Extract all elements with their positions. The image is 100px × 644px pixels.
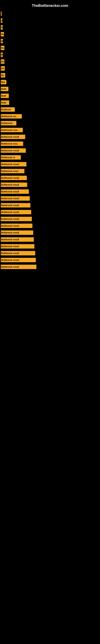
bar-label: Bottleneck result — [1, 251, 35, 256]
bar-label: Bottlenec — [1, 107, 15, 112]
bar-row: B — [0, 24, 100, 31]
bar-label: Bottleneck result — [1, 265, 36, 269]
bar-row: Bottl — [0, 92, 100, 99]
bar-row: Bottleneck result — [0, 236, 100, 243]
bar-label — [1, 12, 1, 16]
bar-label: Bottleneck result — [1, 203, 30, 208]
bar-row: Bottleneck — [0, 120, 100, 126]
bar-label: Bottleneck result — [1, 258, 36, 262]
bar-label: Bo — [1, 32, 4, 36]
bar-label: Bottleneck result — [1, 148, 26, 153]
bar-label: B — [1, 39, 3, 43]
bar-label: B — [1, 25, 3, 30]
bar-label: Bottleneck result — [1, 224, 32, 228]
bar-row: B — [0, 38, 100, 44]
bar-row: Bottleneck resu — [0, 140, 100, 147]
site-title: TheBottlenecker.com — [0, 2, 100, 10]
bar-label: B — [1, 52, 3, 57]
bar-row: Bottleneck result — [0, 161, 100, 168]
bar-label: Bottleneck result — [1, 135, 25, 139]
bar-label: Bo — [1, 73, 5, 78]
bar-label: Bottleneck result — [1, 162, 26, 166]
bar-label: Bo — [1, 59, 4, 64]
bar-label: Bottleneck resul — [1, 169, 24, 173]
bar-row: Bottleneck result — [0, 202, 100, 209]
bar-row: Bot — [0, 79, 100, 86]
bar-row: Bottleneck result — [0, 134, 100, 140]
bar-row: Bottleneck result — [0, 181, 100, 188]
bar-label: Bo — [1, 46, 4, 50]
bar-label: Bottleneck result — [1, 176, 27, 180]
bar-row: Bottl — [0, 86, 100, 92]
bar-row: Bo — [0, 58, 100, 65]
bar-row: Bottleneck result — [0, 250, 100, 256]
bar-row: Bottleneck result — [0, 174, 100, 181]
bar-row: Bottleneck result — [0, 195, 100, 202]
bar-label: Bottleneck result — [1, 244, 34, 248]
bar-label: Bottleneck result — [1, 182, 27, 187]
bar-row: Bottleneck resu — [0, 126, 100, 134]
bar-row: Bottleneck result — [0, 256, 100, 264]
bar-label: Bottl — [1, 87, 8, 91]
bar-row: Bottl — [0, 99, 100, 106]
page-container: TheBottlenecker.com BBBoBBoBBoBoBoBotBot… — [0, 0, 100, 644]
bar-row — [0, 10, 100, 17]
bar-row: Bottleneck result — [0, 188, 100, 195]
bar-label: Bottleneck resu — [1, 142, 23, 146]
bar-row: Bottleneck result — [0, 216, 100, 222]
bar-label: Bottleneck result — [1, 190, 29, 194]
bar-label: Bottleneck result — [1, 210, 31, 214]
bar-row: Bottleneck result — [0, 209, 100, 216]
bar-label: Bottl — [1, 100, 9, 105]
bar-row: B — [0, 17, 100, 24]
bar-label: Bottleneck resu — [1, 128, 23, 132]
bar-row: Bottleneck res — [0, 113, 100, 120]
bar-row: Bottleneck result — [0, 243, 100, 250]
bar-row: Bo — [0, 65, 100, 72]
bar-label: Bo — [1, 66, 5, 71]
bar-row: Bottleneck result — [0, 147, 100, 154]
bar-row: Bo — [0, 72, 100, 79]
bar-row: B — [0, 51, 100, 58]
bar-label: Bottleneck — [1, 121, 16, 126]
bar-label: Bottleneck re — [1, 155, 21, 160]
bar-label: Bottleneck result — [1, 196, 30, 201]
bar-row: Bottleneck result — [0, 222, 100, 229]
bar-label: Bottleneck result — [1, 237, 34, 242]
bar-row: Bottleneck result — [0, 264, 100, 270]
bar-label: Bot — [1, 80, 6, 84]
bar-row: Bottleneck re — [0, 154, 100, 161]
bar-label: Bottleneck res — [1, 114, 22, 118]
bar-label: B — [1, 18, 2, 23]
bar-row: Bottlenec — [0, 106, 100, 113]
bar-row: Bo — [0, 44, 100, 51]
bar-row: Bo — [0, 31, 100, 38]
bars-container: BBBoBBoBBoBoBoBotBottlBottlBottlBottlene… — [0, 10, 100, 270]
bar-row: Bottleneck result — [0, 229, 100, 236]
bar-row: Bottleneck resul — [0, 168, 100, 174]
bar-label: Bottleneck result — [1, 217, 32, 221]
bar-label: Bottleneck result — [1, 230, 33, 235]
bar-label: Bottl — [1, 94, 9, 98]
